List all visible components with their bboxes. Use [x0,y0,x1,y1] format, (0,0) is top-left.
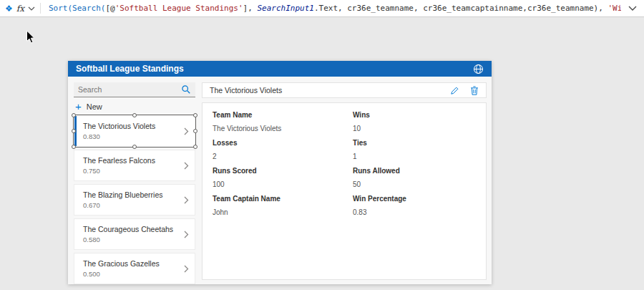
field-value: 10 [353,125,476,132]
form-field: Losses 2 [213,139,336,160]
selection-handle[interactable] [72,129,76,133]
selection-handle[interactable] [132,113,137,117]
formula-token: 'Win Percentage' [608,4,622,13]
selection-handle[interactable] [193,113,197,117]
power-fx-icon: ❖ [5,4,13,13]
form-field: Runs Scored 100 [213,167,336,188]
selection-handle[interactable] [72,145,76,149]
form-field: Ties 1 [353,139,476,160]
edit-icon[interactable] [450,86,459,95]
chevron-right-icon[interactable] [184,196,189,204]
delete-icon[interactable] [470,86,479,95]
team-name: The Blazing Blueberries [83,190,162,199]
detail-title: The Victorious Violets [210,86,282,95]
field-label: Losses [213,139,336,147]
field-label: Runs Scored [213,167,336,175]
team-name: The Victorious Violets [83,122,155,130]
field-value: John [213,208,336,216]
selection-handle[interactable] [132,145,137,149]
new-record-label: New [87,102,102,111]
field-value: 100 [213,180,336,188]
team-win-pct: 0.670 [83,201,162,209]
selection-handle[interactable] [193,129,197,133]
new-record-button[interactable]: + New [75,101,102,112]
fx-label: fx [16,4,24,14]
team-win-pct: 0.750 [83,167,155,175]
field-value: The Victorious Violets [213,125,336,132]
team-name: The Gracious Gazelles [83,259,160,268]
formula-input[interactable]: Sort(Search([@'Softball League Standings… [49,4,621,13]
formula-token: .Text, cr36e_teamname, cr36e_teamcaptain… [314,4,608,13]
app-screen[interactable]: Softball League Standings [68,61,492,284]
selection-handle[interactable] [193,145,197,149]
chevron-right-icon[interactable] [184,127,189,135]
team-name: The Courageous Cheetahs [83,225,173,233]
team-win-pct: 0.500 [83,270,160,278]
detail-header: The Victorious Violets [202,82,487,98]
expand-formula-bar-chevron-icon[interactable] [628,6,637,11]
team-win-pct: 0.830 [83,132,155,140]
formula-token: Search( [72,4,105,13]
form-field: Runs Allowed 50 [353,167,476,188]
field-label: Team Name [213,111,336,119]
search-box[interactable] [74,82,195,97]
app-title: Softball League Standings [76,64,184,74]
field-value: 1 [353,153,476,160]
field-label: Win Percentage [353,195,476,203]
formula-bar: ❖ fx Sort(Search([@'Softball League Stan… [0,0,644,17]
app-header[interactable]: Softball League Standings [68,61,492,77]
plus-icon: + [75,102,82,112]
field-label: Runs Allowed [353,167,476,175]
field-value: 0.83 [353,208,476,216]
team-gallery: The Victorious Violets 0.830 The Fearles… [74,115,195,287]
team-win-pct: 0.580 [83,236,173,243]
chevron-right-icon[interactable] [184,231,189,238]
field-label: Ties [353,139,476,147]
mouse-cursor-icon [26,30,35,44]
gallery-item[interactable]: The Gracious Gazelles 0.500 [74,253,195,284]
form-field: Wins 10 [353,111,476,132]
gallery-item-selected[interactable]: The Victorious Violets 0.830 [74,115,195,147]
chevron-right-icon[interactable] [184,265,189,273]
team-name: The Fearless Falcons [83,156,155,165]
field-value: 50 [353,180,476,188]
search-icon[interactable] [181,84,191,95]
chevron-right-icon[interactable] [184,162,189,170]
power-apps-studio: ❖ fx Sort(Search([@'Softball League Stan… [0,0,644,290]
gallery-item[interactable]: The Blazing Blueberries 0.670 [74,184,195,216]
field-label: Team Captain Name [213,195,336,203]
detail-form[interactable]: Team Name The Victorious Violets Wins 10… [202,102,487,280]
gallery-item[interactable]: The Fearless Falcons 0.750 [74,150,195,181]
formula-token: [@ [105,4,114,13]
form-field: Team Captain Name John [213,195,336,216]
formula-bar-controls: ❖ fx [0,3,49,14]
formula-bar-divider [40,3,41,14]
search-input[interactable] [78,85,181,94]
formula-token: SearchInput1 [257,4,313,13]
formula-token: Sort( [49,4,72,13]
formula-token: ], [243,4,258,13]
property-dropdown-chevron-icon[interactable] [28,6,35,11]
globe-icon[interactable] [473,64,484,74]
selection-handle[interactable] [72,113,76,117]
form-field: Win Percentage 0.83 [353,195,476,216]
design-canvas[interactable]: Softball League Standings [0,17,644,290]
field-value: 2 [213,153,336,160]
form-field: Team Name The Victorious Violets [213,111,336,132]
gallery-item[interactable]: The Courageous Cheetahs 0.580 [74,218,195,250]
field-label: Wins [353,111,476,119]
formula-token: 'Softball League Standings' [115,4,243,13]
